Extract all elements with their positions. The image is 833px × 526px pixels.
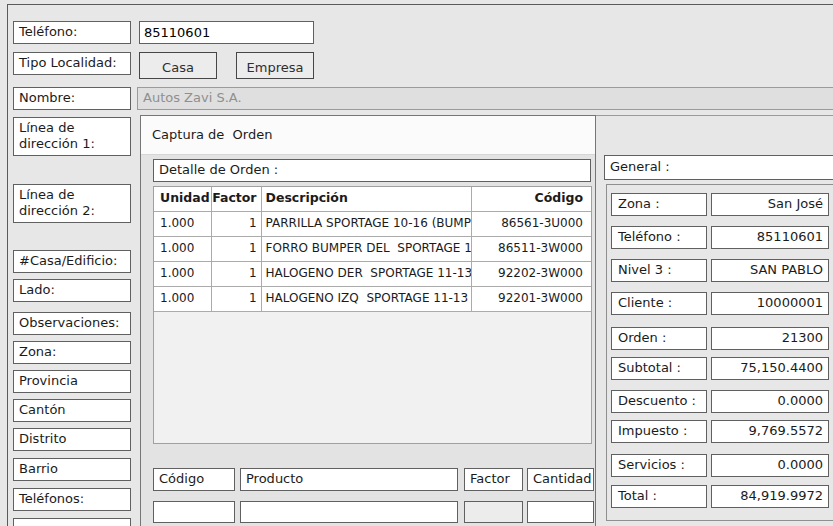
col-header-factor: Factor — [212, 187, 262, 211]
general-field-value: SAN PABLO — [711, 259, 829, 282]
general-field-row: Servicios : 0.0000 — [611, 454, 833, 477]
general-field-value: 10000001 — [711, 292, 829, 315]
field-label-box: #Casa/Edificio: — [13, 250, 131, 273]
general-field-label: Servicios : — [611, 454, 707, 477]
field-label-box: Barrio — [13, 458, 131, 481]
general-field-row: Nivel 3 : SAN PABLO — [611, 259, 833, 282]
cell-unidad: 1.000 — [154, 212, 212, 236]
general-field-value: 9,769.5572 — [711, 420, 829, 443]
codigo-input[interactable] — [153, 501, 235, 523]
general-field-label: Cliente : — [611, 292, 707, 315]
general-field-value: 85110601 — [711, 226, 829, 249]
general-field-value: 84,919.9972 — [711, 485, 829, 508]
order-table-row[interactable]: 1.000 1 HALOGENO IZQ SPORTAGE 11-13 9220… — [154, 287, 591, 312]
general-field-value: San José — [711, 193, 829, 216]
general-field-row: Zona : San José — [611, 193, 833, 216]
general-field-row: Total : 84,919.9972 — [611, 485, 833, 508]
general-field-label: Zona : — [611, 193, 707, 216]
cell-factor: 1 — [212, 237, 262, 261]
field-label-box: Línea de dirección 2: — [13, 184, 131, 223]
field-label-box: Zona: — [13, 341, 131, 364]
factor-column-label: Factor — [464, 468, 523, 491]
general-field-label: Total : — [611, 485, 707, 508]
field-label-box: Línea de dirección 1: — [13, 117, 131, 156]
order-table-row[interactable]: 1.000 1 HALOGENO DER SPORTAGE 11-13 9220… — [154, 262, 591, 287]
divider-line — [596, 115, 833, 116]
factor-input — [464, 501, 523, 523]
general-field-row: Subtotal : 75,150.4400 — [611, 357, 833, 380]
codigo-column-label: Código — [153, 468, 235, 491]
general-field-label: Descuento : — [611, 390, 707, 413]
table-header-row: Unidad Factor Descripción Código — [154, 187, 591, 212]
field-label-box: Teléfonos: — [13, 488, 131, 511]
captura-de-orden-panel: Captura de Orden Detalle de Orden : Unid… — [140, 115, 596, 526]
cell-unidad: 1.000 — [154, 237, 212, 261]
casa-button[interactable]: Casa — [139, 52, 217, 79]
general-field-row: Teléfono : 85110601 — [611, 226, 833, 249]
cell-descripcion: PARRILLA SPORTAGE 10-16 (BUMPE — [262, 212, 472, 236]
general-header: General : — [604, 155, 833, 180]
cell-factor: 1 — [212, 212, 262, 236]
cell-unidad: 1.000 — [154, 262, 212, 286]
general-field-label: Teléfono : — [611, 226, 707, 249]
general-field-label: Orden : — [611, 327, 707, 350]
cell-descripcion: HALOGENO DER SPORTAGE 11-13 — [262, 262, 472, 286]
order-items-table: Unidad Factor Descripción Código 1.000 1… — [153, 186, 592, 444]
general-field-row: Impuesto : 9,769.5572 — [611, 420, 833, 443]
cantidad-column-label: Cantidad — [527, 468, 594, 491]
order-capture-window: Teléfono: Tipo Localidad: Casa Empresa N… — [0, 0, 833, 526]
telefono-label: Teléfono: — [13, 21, 131, 44]
cell-factor: 1 — [212, 262, 262, 286]
general-field-value: 75,150.4400 — [711, 357, 829, 380]
field-label-box: Lado: — [13, 279, 131, 302]
field-label-box: Provincia — [13, 370, 131, 393]
general-field-row: Cliente : 10000001 — [611, 292, 833, 315]
col-header-descripcion: Descripción — [262, 187, 472, 211]
producto-input[interactable] — [240, 501, 458, 523]
col-header-unidad: Unidad — [154, 187, 212, 211]
general-field-value: 21300 — [711, 327, 829, 350]
tab-captura-de-orden[interactable]: Captura de Orden — [141, 116, 595, 155]
nombre-field: Autos Zavi S.A. — [137, 87, 833, 110]
detalle-de-orden-header: Detalle de Orden : — [153, 159, 591, 182]
cell-descripcion: HALOGENO IZQ SPORTAGE 11-13 — [262, 287, 472, 311]
col-header-codigo: Código — [472, 187, 591, 211]
tab-captura-label: Captura de Orden — [141, 116, 272, 142]
cell-descripcion: FORRO BUMPER DEL SPORTAGE 10 — [262, 237, 472, 261]
general-field-label: Subtotal : — [611, 357, 707, 380]
telefono-input[interactable] — [139, 21, 314, 44]
order-table-row[interactable]: 1.000 1 PARRILLA SPORTAGE 10-16 (BUMPE 8… — [154, 212, 591, 237]
nombre-label: Nombre: — [13, 87, 131, 110]
cell-codigo: 86511-3W000 — [472, 237, 591, 261]
tipo-localidad-label: Tipo Localidad: — [13, 52, 131, 75]
order-table-row[interactable]: 1.000 1 FORRO BUMPER DEL SPORTAGE 10 865… — [154, 237, 591, 262]
general-field-row: Descuento : 0.0000 — [611, 390, 833, 413]
field-label-box: Cantón — [13, 399, 131, 422]
general-field-value: 0.0000 — [711, 454, 829, 477]
clipped-label-box — [13, 518, 131, 526]
cell-factor: 1 — [212, 287, 262, 311]
cell-codigo: 86561-3U000 — [472, 212, 591, 236]
table-body: 1.000 1 PARRILLA SPORTAGE 10-16 (BUMPE 8… — [154, 212, 591, 312]
cell-codigo: 92201-3W000 — [472, 287, 591, 311]
producto-column-label: Producto — [240, 468, 458, 491]
cantidad-input[interactable] — [527, 501, 594, 523]
general-field-row: Orden : 21300 — [611, 327, 833, 350]
general-field-label: Impuesto : — [611, 420, 707, 443]
cell-unidad: 1.000 — [154, 287, 212, 311]
field-label-box: Distrito — [13, 428, 131, 451]
cell-codigo: 92202-3W000 — [472, 262, 591, 286]
empresa-button[interactable]: Empresa — [236, 52, 314, 79]
general-field-label: Nivel 3 : — [611, 259, 707, 282]
field-label-box: Observaciones: — [13, 312, 131, 335]
general-field-value: 0.0000 — [711, 390, 829, 413]
